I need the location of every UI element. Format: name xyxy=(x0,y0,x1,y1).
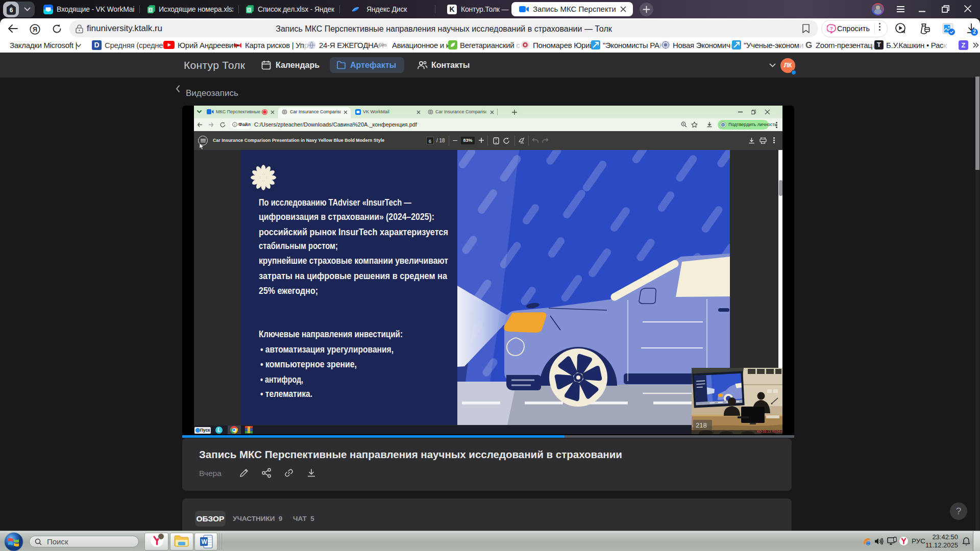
svg-text:6: 6 xyxy=(10,7,13,14)
svg-text:КО-16.13:43:04-А: КО-16.13:43:04-А xyxy=(757,430,782,433)
svg-text:218: 218 xyxy=(696,421,707,429)
svg-text:• компьютерное зрение,: • компьютерное зрение, xyxy=(260,359,357,369)
svg-text:По исследованию TAdviser «Insu: По исследованию TAdviser «InsurTech — xyxy=(259,197,411,208)
svg-text:?: ? xyxy=(830,26,833,31)
svg-text:Ключевые направления инвестици: Ключевые направления инвестиций: xyxy=(259,329,403,339)
svg-text:• автоматизация урегулирования: • автоматизация урегулирования, xyxy=(260,344,394,355)
svg-text:крупнейшие страховые компани: крупнейшие страховые компании увеличиваю… xyxy=(259,256,448,266)
svg-text:затраты на цифровые решения: затраты на цифровые решения в среднем на xyxy=(259,271,448,281)
svg-text:• антифрод,: • антифрод, xyxy=(260,374,303,385)
svg-text:• телематика.: • телематика. xyxy=(260,389,312,399)
svg-text:стабильным ростом;: стабильным ростом; xyxy=(259,241,338,251)
svg-text:цифровизация в страховании» (2: цифровизация в страховании» (2024–2025): xyxy=(259,212,434,222)
svg-text:W: W xyxy=(202,538,208,545)
svg-text:25% ежегодно;: 25% ежегодно; xyxy=(259,286,318,296)
svg-text:российский рынок InsurTech: российский рынок InsurTech характеризует… xyxy=(259,227,448,237)
svg-text:Я: Я xyxy=(33,26,37,33)
